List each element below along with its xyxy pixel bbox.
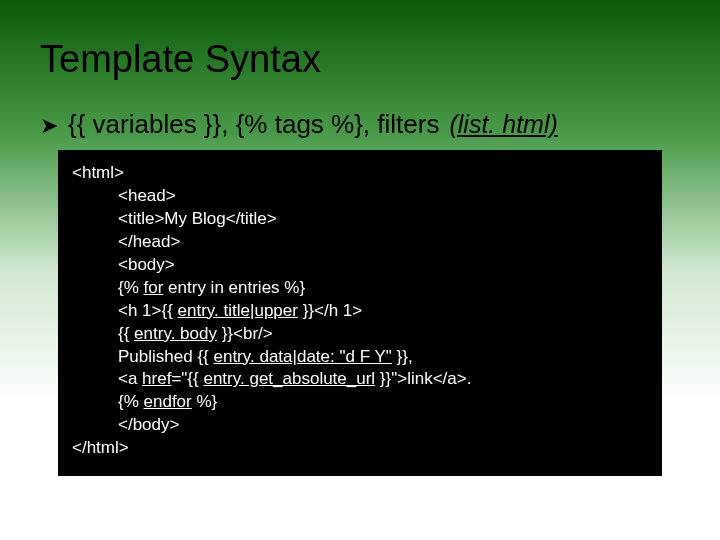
code-seg: }}, bbox=[392, 347, 413, 366]
code-line: {% endfor %} bbox=[72, 391, 648, 414]
code-line: <h 1>{{ entry. title|upper }}</h 1> bbox=[72, 300, 648, 323]
code-line: {{ entry. body }}<br/> bbox=[72, 323, 648, 346]
code-line: <a href="{{ entry. get_absolute_url }}">… bbox=[72, 368, 648, 391]
slide-title: Template Syntax bbox=[40, 38, 680, 81]
bullet-text: {{ variables }}, {% tags %}, filters bbox=[68, 109, 439, 140]
code-seg: }}">link</a>. bbox=[375, 369, 471, 388]
code-line: <body> bbox=[72, 254, 648, 277]
code-seg: }}</h 1> bbox=[298, 301, 362, 320]
code-seg: {% bbox=[118, 392, 144, 411]
filename-label: (list. html) bbox=[449, 110, 557, 139]
code-seg: endfor bbox=[144, 392, 192, 411]
code-line: <html> bbox=[72, 162, 648, 185]
code-line: <head> bbox=[72, 185, 648, 208]
code-seg: entry in entries %} bbox=[163, 278, 305, 297]
code-seg: %} bbox=[192, 392, 218, 411]
code-line: <title>My Blog</title> bbox=[72, 208, 648, 231]
code-block: <html> <head> <title>My Blog</title> </h… bbox=[58, 150, 662, 476]
code-seg: entry. get_absolute_url bbox=[203, 369, 375, 388]
code-seg: {{ bbox=[118, 324, 134, 343]
code-seg: <a bbox=[118, 369, 142, 388]
bullet-arrow-icon: ➤ bbox=[40, 113, 58, 139]
bullet-row: ➤ {{ variables }}, {% tags %}, filters (… bbox=[40, 109, 680, 140]
code-seg: Published {{ bbox=[118, 347, 213, 366]
code-line: </body> bbox=[72, 414, 648, 437]
code-seg: entry. title|upper bbox=[178, 301, 298, 320]
code-seg: }}<br/> bbox=[217, 324, 273, 343]
code-line: </html> bbox=[72, 437, 648, 460]
code-seg: {% bbox=[118, 278, 144, 297]
code-seg: <h 1>{{ bbox=[118, 301, 178, 320]
code-line: {% for entry in entries %} bbox=[72, 277, 648, 300]
code-seg: entry. body bbox=[134, 324, 217, 343]
code-seg: entry. data|date: "d F Y" bbox=[213, 347, 391, 366]
code-line: Published {{ entry. data|date: "d F Y" }… bbox=[72, 346, 648, 369]
code-seg: for bbox=[144, 278, 164, 297]
code-seg: ="{{ bbox=[171, 369, 203, 388]
code-seg: href bbox=[142, 369, 171, 388]
code-line: </head> bbox=[72, 231, 648, 254]
